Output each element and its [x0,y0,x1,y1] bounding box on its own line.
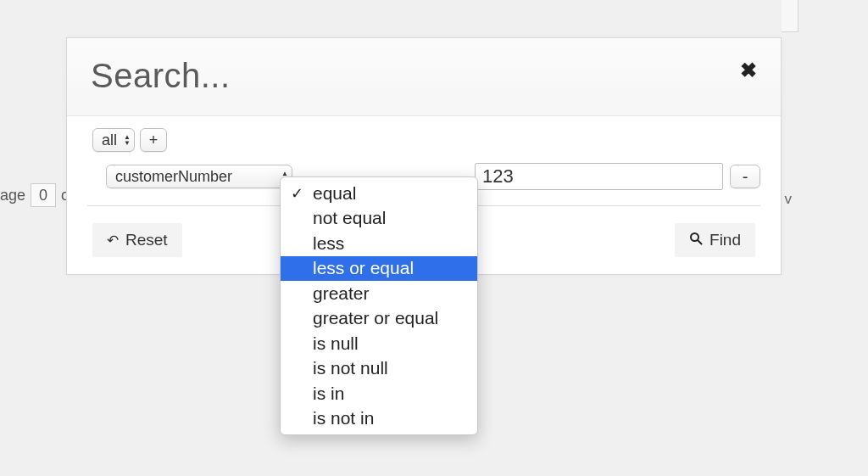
reset-button-label: Reset [125,231,168,249]
find-button[interactable]: Find [675,223,755,257]
plus-icon: + [149,132,159,149]
field-select-value: customerNumber [115,168,232,186]
undo-icon: ↶ [107,232,119,249]
operator-option[interactable]: greater [281,281,477,306]
operator-option[interactable]: is not null [281,356,477,382]
match-row: all ▲▼ + [87,128,760,159]
dialog-title: Search... [91,57,231,95]
operator-option[interactable]: greater or equal [281,306,477,332]
minus-icon: - [743,167,748,187]
operator-option[interactable]: is null [281,331,477,356]
match-select-value: all [102,132,117,149]
bg-page-input[interactable] [31,183,56,207]
operator-option[interactable]: is not in [281,406,477,432]
operator-option[interactable]: not equal [281,206,477,232]
reset-button[interactable]: ↶ Reset [92,223,182,257]
bg-page-fragment: age o [0,183,70,207]
field-select[interactable]: customerNumber ▲▼ [106,165,292,188]
operator-option[interactable]: equal [281,181,477,206]
bg-right-fragment: v [785,191,793,208]
value-input[interactable] [475,163,723,190]
chevron-up-down-icon: ▲▼ [124,134,131,146]
search-icon [689,232,703,249]
operator-dropdown: equalnot equallessless or equalgreatergr… [280,176,478,435]
svg-line-1 [698,240,702,244]
match-select[interactable]: all ▲▼ [92,128,135,152]
operator-option[interactable]: less or equal [281,256,477,282]
close-icon[interactable]: ✖ [740,57,757,81]
operator-option[interactable]: less [281,231,477,256]
bg-panel-fragment [782,0,798,32]
operator-option[interactable]: is in [281,381,477,406]
bg-page-prefix: age [0,187,25,204]
dialog-header: Search... ✖ [67,38,781,116]
find-button-label: Find [709,231,741,249]
add-group-button[interactable]: + [140,128,167,152]
remove-rule-button[interactable]: - [730,165,760,188]
